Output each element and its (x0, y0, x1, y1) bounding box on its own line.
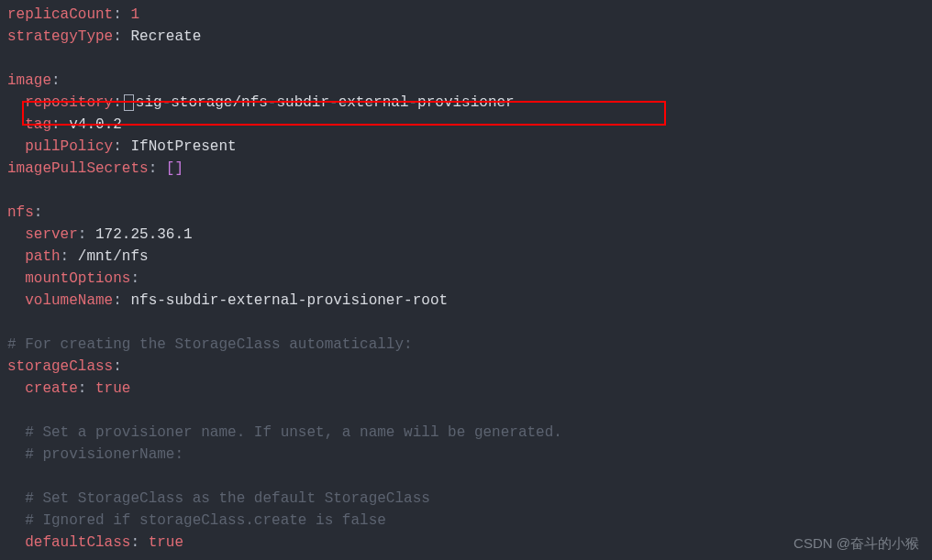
code-line: replicaCount: 1 (7, 4, 932, 26)
yaml-value: nfs-subdir-external-provisioner-root (130, 292, 448, 309)
code-line: imagePullSecrets: [] (7, 158, 932, 180)
code-line: pullPolicy: IfNotPresent (7, 136, 932, 158)
yaml-value: sig-storage/nfs-subdir-external-provisio… (136, 94, 515, 111)
code-line: strategyType: Recreate (7, 26, 932, 48)
code-line: # Set a provisioner name. If unset, a na… (7, 422, 932, 444)
code-line: tag: v4.0.2 (7, 114, 932, 136)
yaml-value: true (95, 380, 130, 397)
code-line (7, 466, 932, 488)
code-line (7, 312, 932, 334)
yaml-value: /mnt/nfs (78, 248, 149, 265)
yaml-comment: # Set a provisioner name. If unset, a na… (25, 424, 562, 441)
yaml-key: strategyType (7, 28, 113, 45)
code-line: mountOptions: (7, 268, 932, 290)
yaml-value: Recreate (130, 28, 201, 45)
code-line: nfs: (7, 202, 932, 224)
code-line: # Set StorageClass as the default Storag… (7, 488, 932, 510)
code-line: create: true (7, 378, 932, 400)
yaml-comment: # Ignored if storageClass.create is fals… (25, 512, 386, 529)
code-line (7, 48, 932, 70)
yaml-value: [] (166, 160, 183, 177)
yaml-key: storageClass (7, 358, 113, 375)
yaml-value: 172.25.36.1 (95, 226, 193, 243)
yaml-key: repository (25, 94, 113, 111)
code-line: repository:sig-storage/nfs-subdir-extern… (7, 92, 932, 114)
code-line: volumeName: nfs-subdir-external-provisio… (7, 290, 932, 312)
yaml-value: IfNotPresent (130, 138, 236, 155)
watermark-text: CSDN @奋斗的小猴 (793, 533, 919, 555)
code-line: path: /mnt/nfs (7, 246, 932, 268)
yaml-comment: # Set StorageClass as the default Storag… (25, 490, 430, 507)
yaml-key: replicaCount (7, 6, 113, 23)
yaml-value: v4.0.2 (69, 116, 122, 133)
code-line: server: 172.25.36.1 (7, 224, 932, 246)
code-line (7, 400, 932, 422)
yaml-key: path (25, 248, 60, 265)
yaml-key: server (25, 226, 78, 243)
yaml-key: image (7, 72, 51, 89)
yaml-key: defaultClass (25, 534, 130, 551)
code-line: # For creating the StorageClass automati… (7, 334, 932, 356)
yaml-key: nfs (7, 204, 34, 221)
yaml-value: true (149, 534, 183, 551)
code-line: # provisionerName: (7, 444, 932, 466)
yaml-key: mountOptions (25, 270, 130, 287)
yaml-key: imagePullSecrets (7, 160, 149, 177)
yaml-key: volumeName (25, 292, 113, 309)
cursor-indicator (124, 94, 134, 111)
yaml-comment: # For creating the StorageClass automati… (7, 336, 413, 353)
yaml-value: 1 (130, 6, 139, 23)
yaml-key: create (25, 380, 78, 397)
code-line: storageClass: (7, 356, 932, 378)
code-line: image: (7, 70, 932, 92)
yaml-key: pullPolicy (25, 138, 113, 155)
code-line: # Ignored if storageClass.create is fals… (7, 510, 932, 532)
code-editor[interactable]: replicaCount: 1 strategyType: Recreate i… (0, 4, 932, 554)
code-line (7, 180, 932, 202)
yaml-key: tag (25, 116, 51, 133)
yaml-comment: # provisionerName: (25, 446, 183, 463)
